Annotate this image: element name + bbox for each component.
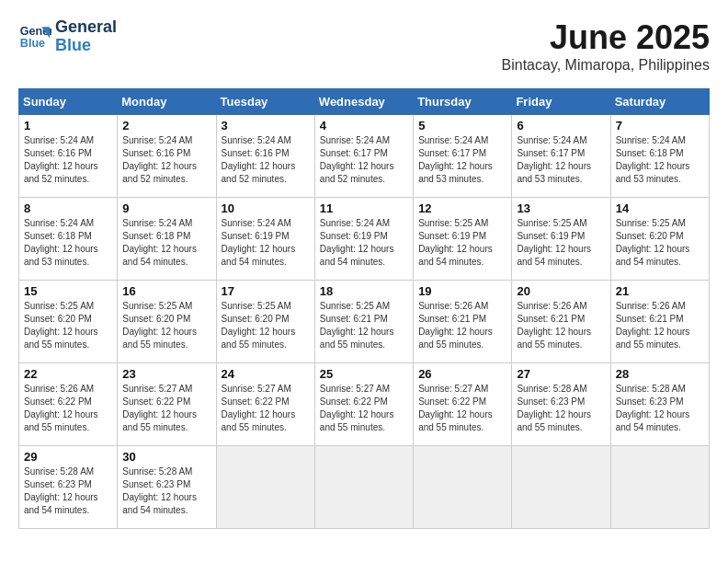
- day-info: Sunrise: 5:28 AMSunset: 6:23 PMDaylight:…: [616, 383, 704, 434]
- week-row-3: 15Sunrise: 5:25 AMSunset: 6:20 PMDayligh…: [19, 281, 710, 363]
- day-number: 22: [24, 367, 112, 381]
- svg-text:Blue: Blue: [20, 37, 45, 50]
- day-number: 17: [222, 284, 310, 298]
- day-number: 5: [418, 119, 506, 132]
- day-cell-17: 17Sunrise: 5:25 AMSunset: 6:20 PMDayligh…: [216, 281, 314, 363]
- empty-cell: [610, 446, 709, 529]
- day-number: 8: [24, 201, 112, 215]
- month-title: June 2025: [502, 18, 710, 57]
- day-cell-19: 19Sunrise: 5:26 AMSunset: 6:21 PMDayligh…: [414, 281, 512, 363]
- day-number: 6: [517, 119, 605, 132]
- day-info: Sunrise: 5:27 AMSunset: 6:22 PMDaylight:…: [418, 383, 506, 434]
- day-info: Sunrise: 5:24 AMSunset: 6:17 PMDaylight:…: [517, 134, 605, 186]
- day-number: 24: [222, 367, 310, 381]
- day-cell-28: 28Sunrise: 5:28 AMSunset: 6:23 PMDayligh…: [610, 363, 709, 446]
- day-number: 7: [616, 119, 704, 132]
- weekday-header-friday: Friday: [512, 89, 610, 115]
- day-number: 23: [122, 367, 210, 381]
- day-cell-1: 1Sunrise: 5:24 AMSunset: 6:16 PMDaylight…: [19, 115, 118, 198]
- day-info: Sunrise: 5:25 AMSunset: 6:20 PMDaylight:…: [222, 300, 310, 351]
- day-info: Sunrise: 5:24 AMSunset: 6:17 PMDaylight:…: [418, 134, 506, 186]
- day-number: 9: [122, 201, 210, 215]
- day-number: 14: [616, 201, 704, 215]
- day-info: Sunrise: 5:24 AMSunset: 6:19 PMDaylight:…: [222, 217, 310, 269]
- weekday-header-thursday: Thursday: [414, 89, 512, 115]
- day-cell-21: 21Sunrise: 5:26 AMSunset: 6:21 PMDayligh…: [610, 281, 709, 363]
- day-info: Sunrise: 5:24 AMSunset: 6:16 PMDaylight:…: [24, 134, 112, 186]
- day-info: Sunrise: 5:25 AMSunset: 6:20 PMDaylight:…: [616, 217, 704, 269]
- empty-cell: [414, 446, 512, 529]
- day-info: Sunrise: 5:24 AMSunset: 6:16 PMDaylight:…: [122, 134, 210, 186]
- day-cell-23: 23Sunrise: 5:27 AMSunset: 6:22 PMDayligh…: [118, 363, 216, 446]
- logo: General Blue General Blue: [18, 18, 117, 55]
- day-info: Sunrise: 5:25 AMSunset: 6:19 PMDaylight:…: [517, 217, 605, 269]
- day-info: Sunrise: 5:27 AMSunset: 6:22 PMDaylight:…: [222, 383, 310, 434]
- day-info: Sunrise: 5:28 AMSunset: 6:23 PMDaylight:…: [24, 465, 112, 517]
- day-info: Sunrise: 5:25 AMSunset: 6:19 PMDaylight:…: [418, 217, 506, 269]
- day-cell-12: 12Sunrise: 5:25 AMSunset: 6:19 PMDayligh…: [414, 198, 512, 281]
- day-number: 19: [418, 284, 506, 298]
- day-info: Sunrise: 5:26 AMSunset: 6:22 PMDaylight:…: [24, 383, 112, 434]
- empty-cell: [512, 446, 610, 529]
- weekday-header-wednesday: Wednesday: [314, 89, 413, 115]
- day-info: Sunrise: 5:24 AMSunset: 6:18 PMDaylight:…: [616, 134, 704, 186]
- day-number: 3: [222, 119, 310, 132]
- location-title: Bintacay, Mimaropa, Philippines: [502, 57, 710, 74]
- title-area: June 2025 Bintacay, Mimaropa, Philippine…: [502, 18, 710, 74]
- weekday-header-sunday: Sunday: [19, 89, 118, 115]
- weekday-header-monday: Monday: [118, 89, 216, 115]
- day-cell-22: 22Sunrise: 5:26 AMSunset: 6:22 PMDayligh…: [19, 363, 118, 446]
- day-number: 10: [222, 201, 310, 215]
- day-cell-11: 11Sunrise: 5:24 AMSunset: 6:19 PMDayligh…: [314, 198, 413, 281]
- day-cell-20: 20Sunrise: 5:26 AMSunset: 6:21 PMDayligh…: [512, 281, 610, 363]
- day-cell-9: 9Sunrise: 5:24 AMSunset: 6:18 PMDaylight…: [118, 198, 216, 281]
- day-number: 18: [320, 284, 408, 298]
- day-number: 16: [122, 284, 210, 298]
- day-number: 29: [24, 450, 112, 464]
- weekday-header-row: SundayMondayTuesdayWednesdayThursdayFrid…: [19, 89, 710, 115]
- day-number: 21: [616, 284, 704, 298]
- weekday-header-tuesday: Tuesday: [216, 89, 314, 115]
- day-info: Sunrise: 5:28 AMSunset: 6:23 PMDaylight:…: [517, 383, 605, 434]
- day-cell-4: 4Sunrise: 5:24 AMSunset: 6:17 PMDaylight…: [314, 115, 413, 198]
- day-number: 13: [517, 201, 605, 215]
- day-info: Sunrise: 5:26 AMSunset: 6:21 PMDaylight:…: [616, 300, 704, 351]
- week-row-2: 8Sunrise: 5:24 AMSunset: 6:18 PMDaylight…: [19, 198, 710, 281]
- day-cell-6: 6Sunrise: 5:24 AMSunset: 6:17 PMDaylight…: [512, 115, 610, 198]
- day-info: Sunrise: 5:24 AMSunset: 6:17 PMDaylight:…: [320, 134, 408, 186]
- day-number: 11: [320, 201, 408, 215]
- day-cell-13: 13Sunrise: 5:25 AMSunset: 6:19 PMDayligh…: [512, 198, 610, 281]
- day-info: Sunrise: 5:25 AMSunset: 6:20 PMDaylight:…: [24, 300, 112, 351]
- empty-cell: [216, 446, 314, 529]
- day-cell-15: 15Sunrise: 5:25 AMSunset: 6:20 PMDayligh…: [19, 281, 118, 363]
- day-info: Sunrise: 5:25 AMSunset: 6:21 PMDaylight:…: [320, 300, 408, 351]
- day-number: 26: [418, 367, 506, 381]
- page-header: General Blue General Blue June 2025 Bint…: [18, 18, 710, 74]
- day-cell-29: 29Sunrise: 5:28 AMSunset: 6:23 PMDayligh…: [19, 446, 118, 529]
- day-cell-24: 24Sunrise: 5:27 AMSunset: 6:22 PMDayligh…: [216, 363, 314, 446]
- day-number: 2: [122, 119, 210, 132]
- day-number: 20: [517, 284, 605, 298]
- day-info: Sunrise: 5:27 AMSunset: 6:22 PMDaylight:…: [320, 383, 408, 434]
- day-info: Sunrise: 5:24 AMSunset: 6:16 PMDaylight:…: [222, 134, 310, 186]
- logo-icon: General Blue: [18, 20, 51, 53]
- day-info: Sunrise: 5:27 AMSunset: 6:22 PMDaylight:…: [122, 383, 210, 434]
- day-info: Sunrise: 5:26 AMSunset: 6:21 PMDaylight:…: [418, 300, 506, 351]
- day-number: 12: [418, 201, 506, 215]
- week-row-5: 29Sunrise: 5:28 AMSunset: 6:23 PMDayligh…: [19, 446, 710, 529]
- weekday-header-saturday: Saturday: [610, 89, 709, 115]
- day-number: 28: [616, 367, 704, 381]
- day-cell-26: 26Sunrise: 5:27 AMSunset: 6:22 PMDayligh…: [414, 363, 512, 446]
- day-cell-25: 25Sunrise: 5:27 AMSunset: 6:22 PMDayligh…: [314, 363, 413, 446]
- day-number: 15: [24, 284, 112, 298]
- calendar-table: SundayMondayTuesdayWednesdayThursdayFrid…: [18, 88, 710, 529]
- day-cell-10: 10Sunrise: 5:24 AMSunset: 6:19 PMDayligh…: [216, 198, 314, 281]
- day-number: 27: [517, 367, 605, 381]
- day-cell-16: 16Sunrise: 5:25 AMSunset: 6:20 PMDayligh…: [118, 281, 216, 363]
- day-number: 1: [24, 119, 112, 132]
- day-cell-7: 7Sunrise: 5:24 AMSunset: 6:18 PMDaylight…: [610, 115, 709, 198]
- day-number: 30: [122, 450, 210, 464]
- logo-text-line1: General: [55, 18, 117, 37]
- day-number: 25: [320, 367, 408, 381]
- day-cell-27: 27Sunrise: 5:28 AMSunset: 6:23 PMDayligh…: [512, 363, 610, 446]
